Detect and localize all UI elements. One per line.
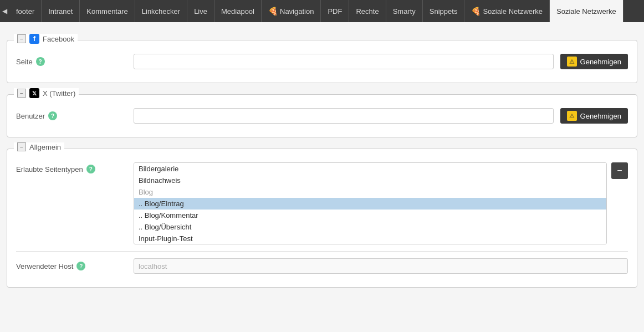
tab-kommentare-label: Kommentare <box>86 7 127 16</box>
tab-soziale-netzwerke-emoji[interactable]: 🍕Soziale Netzwerke <box>464 0 550 22</box>
facebook-icon: f <box>29 34 39 44</box>
listbox-label: Erlaubte Seitentypen ? <box>16 162 127 173</box>
twitter-warning-icon: ⚠ <box>567 111 577 121</box>
allgemein-title: Allgemein <box>29 143 61 151</box>
tab-soziale-netzwerke[interactable]: Soziale Netzwerke <box>550 0 623 22</box>
listbox-item-3[interactable]: .. Blog/Eintrag <box>134 198 606 210</box>
tab-pdf-label: PDF <box>328 7 342 16</box>
tab-intranet[interactable]: Intranet <box>42 0 80 22</box>
host-input[interactable] <box>134 258 628 274</box>
facebook-content: Seite ? ⚠ Genehmigen <box>7 40 637 83</box>
allgemein-panel: − Allgemein Erlaubte Seitentypen ? Bilde… <box>7 149 637 288</box>
tab-mediapool-label: Mediapool <box>221 7 254 16</box>
tab-live[interactable]: Live <box>187 0 214 22</box>
allgemein-legend: − Allgemein <box>14 142 64 151</box>
tab-rechte-label: Rechte <box>356 7 379 16</box>
listbox-help-icon[interactable]: ? <box>86 165 95 173</box>
listbox-form-row: Erlaubte Seitentypen ? BildergalerieBild… <box>16 162 628 244</box>
tab-linkchecker[interactable]: Linkchecker <box>135 0 187 22</box>
facebook-help-icon[interactable]: ? <box>36 57 45 66</box>
twitter-collapse-btn[interactable]: − <box>17 89 26 98</box>
twitter-help-icon[interactable]: ? <box>48 111 57 120</box>
tab-smarty[interactable]: Smarty <box>386 0 423 22</box>
tab-snippets-label: Snippets <box>430 7 458 16</box>
twitter-content: Benutzer ? ⚠ Genehmigen <box>7 95 637 137</box>
facebook-approve-btn[interactable]: ⚠ Genehmigen <box>560 54 628 69</box>
scroll-left-btn[interactable]: ◀ <box>0 0 9 22</box>
separator <box>16 251 628 252</box>
listbox-container: BildergalerieBildnachweisBlog.. Blog/Ein… <box>134 162 628 244</box>
facebook-title: Facebook <box>43 35 74 43</box>
facebook-form-row: Seite ? ⚠ Genehmigen <box>16 54 628 69</box>
listbox-item-1[interactable]: Bildnachweis <box>134 175 606 186</box>
allgemein-content: Erlaubte Seitentypen ? BildergalerieBild… <box>7 149 637 287</box>
facebook-field-label: Seite ? <box>16 57 127 66</box>
tab-navigation-label: Navigation <box>280 7 314 16</box>
facebook-legend: − f Facebook <box>14 34 78 44</box>
twitter-form-row: Benutzer ? ⚠ Genehmigen <box>16 108 628 124</box>
tab-soziale-netzwerke-emoji-label: Soziale Netzwerke <box>483 7 543 16</box>
host-label: Verwendeter Host ? <box>16 262 127 270</box>
listbox-item-5[interactable]: .. Blog/Übersicht <box>134 221 606 233</box>
listbox[interactable]: BildergalerieBildnachweisBlog.. Blog/Ein… <box>134 162 607 244</box>
listbox-item-0[interactable]: Bildergalerie <box>134 163 606 175</box>
tab-footer[interactable]: footer <box>9 0 42 22</box>
tab-mediapool[interactable]: Mediapool <box>214 0 262 22</box>
twitter-field-label: Benutzer ? <box>16 111 127 120</box>
tab-snippets[interactable]: Snippets <box>423 0 465 22</box>
twitter-approve-btn[interactable]: ⚠ Genehmigen <box>560 108 628 124</box>
tab-smarty-label: Smarty <box>393 7 416 16</box>
twitter-panel: − 𝕏 X (Twitter) Benutzer ? ⚠ Genehmigen <box>7 94 637 137</box>
main-content: − f Facebook Seite ? ⚠ Genehmigen − 𝕏 X <box>0 22 644 303</box>
host-help-icon[interactable]: ? <box>76 262 85 270</box>
listbox-item-6[interactable]: Input-Plugin-Test <box>134 233 606 244</box>
allgemein-collapse-btn[interactable]: − <box>17 142 26 151</box>
minus-btn[interactable]: − <box>611 162 628 179</box>
tab-bar: ◀ footerIntranetKommentareLinkcheckerLiv… <box>0 0 644 22</box>
twitter-legend: − 𝕏 X (Twitter) <box>14 88 79 98</box>
tab-intranet-label: Intranet <box>48 7 73 16</box>
scroll-left-icon: ◀ <box>2 7 7 15</box>
tab-navigation[interactable]: 🍕Navigation <box>262 0 321 22</box>
facebook-warning-icon: ⚠ <box>567 57 577 67</box>
facebook-panel: − f Facebook Seite ? ⚠ Genehmigen <box>7 40 637 83</box>
listbox-item-4[interactable]: .. Blog/Kommentar <box>134 210 606 221</box>
tab-kommentare[interactable]: Kommentare <box>80 0 135 22</box>
x-icon: 𝕏 <box>29 88 39 98</box>
tab-soziale-netzwerke-emoji-emoji: 🍕 <box>471 7 481 16</box>
tab-pdf[interactable]: PDF <box>321 0 349 22</box>
twitter-field-input[interactable] <box>134 108 554 124</box>
facebook-collapse-btn[interactable]: − <box>17 34 26 43</box>
listbox-item-2[interactable]: Blog <box>134 186 606 198</box>
tab-live-label: Live <box>194 7 207 16</box>
facebook-field-input[interactable] <box>134 54 554 69</box>
tab-rechte[interactable]: Rechte <box>349 0 386 22</box>
twitter-title: X (Twitter) <box>43 89 75 98</box>
tab-navigation-emoji: 🍕 <box>268 7 278 16</box>
tab-soziale-netzwerke-label: Soziale Netzwerke <box>556 7 616 16</box>
host-form-row: Verwendeter Host ? <box>16 258 628 274</box>
tab-footer-label: footer <box>16 7 34 16</box>
tab-linkchecker-label: Linkchecker <box>142 7 180 16</box>
tab-container: footerIntranetKommentareLinkcheckerLiveM… <box>9 0 623 22</box>
